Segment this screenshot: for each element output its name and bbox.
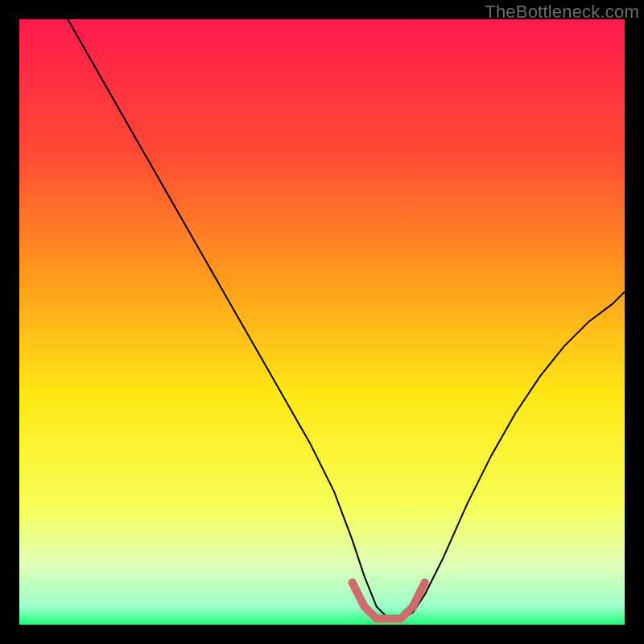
watermark-text: TheBottleneck.com bbox=[485, 2, 639, 23]
curve-layer bbox=[19, 19, 625, 625]
plot-area bbox=[19, 19, 625, 625]
bottleneck-curve bbox=[68, 19, 625, 619]
chart-frame: TheBottleneck.com bbox=[0, 0, 644, 644]
optimal-band bbox=[353, 582, 425, 618]
